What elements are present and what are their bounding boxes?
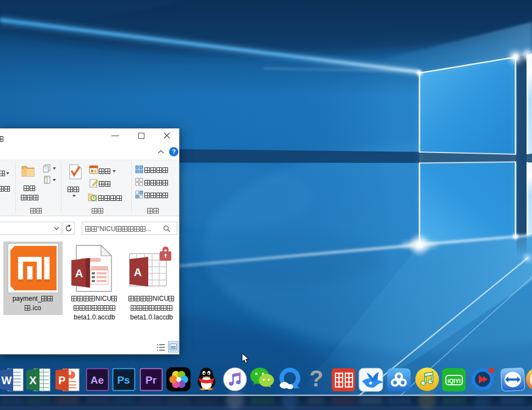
svg-text:A: A — [134, 266, 142, 278]
svg-text:iQIYI: iQIYI — [447, 378, 461, 384]
svg-text:W: W — [2, 374, 12, 386]
svg-text:Ps: Ps — [117, 374, 130, 386]
svg-text:X: X — [29, 374, 37, 386]
svg-text:A: A — [75, 267, 83, 279]
svg-text:P: P — [58, 374, 65, 386]
svg-text:Pr: Pr — [145, 374, 157, 386]
svg-text:?: ? — [309, 366, 323, 391]
svg-text:Ae: Ae — [91, 374, 104, 386]
